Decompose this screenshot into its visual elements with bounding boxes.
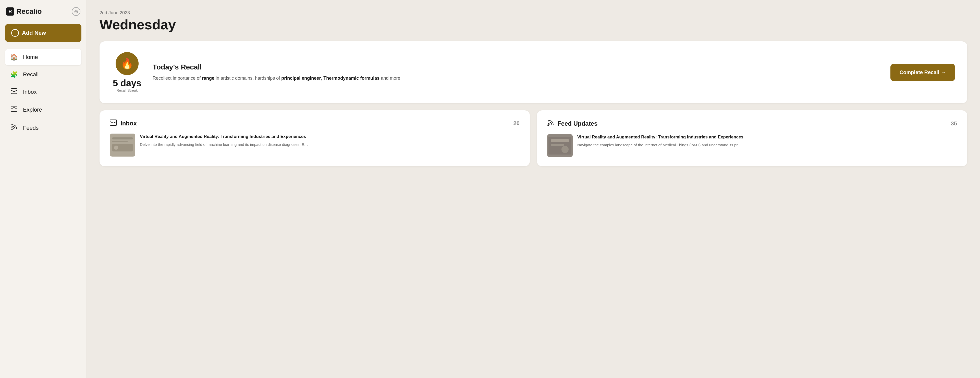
feed-header-left: Feed Updates	[547, 120, 597, 128]
sidebar-label-explore: Explore	[23, 107, 42, 113]
recall-desc-pre: Recollect importance of	[153, 76, 202, 81]
svg-rect-13	[551, 139, 569, 142]
feed-article-info: Virtual Reality and Augmented Reality: T…	[577, 134, 957, 148]
inbox-card-header: Inbox 20	[110, 120, 520, 128]
logo-icon: R	[6, 7, 14, 16]
inbox-header-left: Inbox	[110, 120, 137, 128]
streak-label: Recall Streak	[116, 88, 138, 93]
inbox-icon	[10, 88, 18, 96]
complete-recall-button[interactable]: Complete Recall →	[891, 64, 955, 81]
sidebar-item-feeds[interactable]: Feeds	[5, 120, 81, 136]
feed-article-desc: Navigate the complex landscape of the In…	[577, 142, 957, 148]
sidebar-label-inbox: Inbox	[23, 89, 37, 95]
inbox-article-desc: Delve into the rapidly advancing field o…	[140, 142, 520, 147]
inbox-article[interactable]: Virtual Reality and Augmented Reality: T…	[110, 134, 520, 156]
feed-count: 35	[951, 120, 957, 127]
feed-card-header: Feed Updates 35	[547, 120, 957, 128]
recall-desc-post: and more	[380, 76, 400, 81]
inbox-thumb-img	[110, 134, 135, 156]
svg-rect-7	[112, 141, 127, 142]
svg-point-9	[114, 145, 118, 150]
feeds-icon	[10, 124, 18, 132]
svg-point-10	[547, 124, 549, 126]
inbox-article-info: Virtual Reality and Augmented Reality: T…	[140, 134, 520, 147]
sidebar-item-recall[interactable]: 🧩 Recall	[5, 66, 81, 83]
svg-rect-6	[112, 137, 133, 139]
feed-article[interactable]: Virtual Reality and Augmented Reality: T…	[547, 134, 957, 157]
recall-bold-1: range	[202, 76, 215, 81]
inbox-article-title: Virtual Reality and Augmented Reality: T…	[140, 134, 520, 140]
add-new-label: Add New	[22, 30, 46, 36]
flame-icon: 🔥	[116, 52, 138, 75]
inbox-card: Inbox 20	[100, 110, 530, 166]
explore-icon	[10, 106, 18, 114]
date-label: 2nd June 2023	[100, 10, 967, 16]
recall-bold-2: principal engineer	[281, 76, 321, 81]
feed-thumb-img	[547, 134, 573, 157]
recall-card-title: Today's Recall	[153, 63, 880, 71]
add-new-button[interactable]: + Add New	[5, 24, 81, 42]
recall-description: Recollect importance of range in artisti…	[153, 75, 880, 82]
home-icon: 🏠	[10, 54, 18, 61]
logo: R Recalio	[6, 7, 42, 16]
feed-card-title: Feed Updates	[557, 120, 597, 127]
recall-icon: 🧩	[10, 71, 18, 78]
recall-desc-mid1: in artistic domains, hardships of	[215, 76, 281, 81]
recall-card: 🔥 5 days Recall Streak Today's Recall Re…	[100, 41, 967, 103]
sidebar-item-inbox[interactable]: Inbox	[5, 84, 81, 100]
feed-card-icon	[547, 120, 554, 128]
svg-point-15	[562, 146, 569, 153]
sidebar-item-home[interactable]: 🏠 Home	[5, 49, 81, 65]
inbox-card-title: Inbox	[121, 120, 137, 127]
svg-point-3	[11, 129, 13, 130]
sidebar: R Recalio ⊕ + Add New 🏠 Home 🧩 Recall In…	[0, 0, 87, 378]
recall-content: Today's Recall Recollect importance of r…	[153, 63, 880, 82]
streak-days: 5 days	[113, 78, 142, 88]
cards-row: Inbox 20	[100, 110, 967, 166]
add-circle-button[interactable]: ⊕	[72, 7, 80, 16]
feed-article-thumb	[547, 134, 573, 157]
inbox-card-icon	[110, 120, 117, 128]
streak-section: 🔥 5 days Recall Streak	[112, 52, 142, 93]
feed-article-title: Virtual Reality and Augmented Reality: T…	[577, 134, 957, 140]
complete-recall-label: Complete Recall →	[900, 69, 946, 75]
svg-rect-0	[11, 89, 17, 94]
sidebar-item-explore[interactable]: Explore	[5, 101, 81, 118]
feed-card: Feed Updates 35	[537, 110, 967, 166]
main-content: 2nd June 2023 Wednesday 🔥 5 days Recall …	[87, 0, 980, 378]
add-new-icon: +	[11, 29, 19, 37]
sidebar-label-recall: Recall	[23, 71, 38, 78]
plus-circle-icon: ⊕	[74, 8, 78, 14]
svg-rect-14	[551, 144, 564, 146]
sidebar-label-home: Home	[23, 54, 38, 61]
inbox-count: 20	[514, 120, 520, 127]
sidebar-logo-area: R Recalio ⊕	[5, 7, 81, 16]
logo-text-label: Recalio	[16, 7, 42, 16]
recall-desc-mid2: ,	[321, 76, 323, 81]
day-title: Wednesday	[100, 17, 967, 32]
recall-bold-3: Thermodynamic formulas	[323, 76, 380, 81]
svg-rect-4	[110, 120, 117, 125]
sidebar-label-feeds: Feeds	[23, 124, 38, 131]
inbox-article-thumb	[110, 134, 135, 156]
